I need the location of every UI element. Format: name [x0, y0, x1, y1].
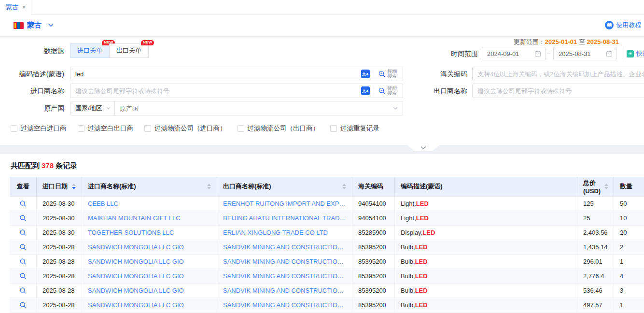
- led-highlight: LED: [415, 258, 428, 265]
- sort-icon[interactable]: [601, 184, 608, 189]
- table-row: 2025-08-28 SANDWICH MONGOLIA LLC GIO SAN…: [10, 284, 644, 298]
- view-record-button[interactable]: [19, 258, 27, 265]
- col-exporter-name[interactable]: 出口商名称(标准): [217, 177, 352, 196]
- translate-icon[interactable]: 文A: [361, 70, 370, 78]
- import-date-cell: 2025-08-28: [37, 269, 82, 283]
- country-title[interactable]: 蒙古: [27, 21, 42, 30]
- led-highlight: LED: [415, 301, 428, 309]
- hs-code-label: 海关编码: [410, 67, 467, 81]
- exporter-link[interactable]: SANDVIK MINING AND CONSTRUCTION L...: [223, 287, 346, 294]
- exporter-link[interactable]: ERLIAN XINGLONG TRADE CO LTD: [223, 229, 328, 236]
- hs-code-cell: 94054100: [352, 211, 395, 225]
- importer-link[interactable]: SANDWICH MONGOLIA LLC GIO: [88, 258, 184, 265]
- importer-name-label: 进口商名称: [0, 84, 64, 98]
- checkbox-filter-blank-exporter[interactable]: 过滤空白出口商: [78, 124, 134, 133]
- tab-import-declarations[interactable]: 进口关单 NEW: [70, 43, 110, 58]
- importer-link[interactable]: MAIKHAN MOUNTAIN GIFT LLC: [88, 214, 181, 222]
- importer-link[interactable]: SANDWICH MONGOLIA LLC GIO: [88, 272, 184, 280]
- exporter-link[interactable]: SANDVIK MINING AND CONSTRUCTION L...: [223, 243, 346, 251]
- close-icon[interactable]: ×: [22, 4, 26, 10]
- col-view: 查看: [10, 177, 37, 196]
- col-import-date[interactable]: 进口日期: [37, 177, 82, 196]
- view-record-button[interactable]: [19, 214, 27, 222]
- import-date-cell: 2025-08-28: [37, 298, 82, 312]
- tutorial-label: 使用教程: [616, 21, 641, 29]
- search-icon: [378, 87, 386, 95]
- total-usd-cell: 125: [577, 197, 614, 211]
- hs-code-field: [472, 67, 644, 81]
- view-record-button[interactable]: [19, 301, 27, 309]
- checkbox-filter-logistics-importer[interactable]: 过滤物流公司（进口商）: [144, 124, 226, 133]
- view-record-button[interactable]: [19, 287, 27, 294]
- hs-code-cell: 94054100: [352, 197, 395, 211]
- view-record-button[interactable]: [19, 229, 27, 236]
- data-source-label: 数据源: [0, 43, 64, 58]
- magnifier-icon: [19, 243, 27, 251]
- exporter-name-input[interactable]: [477, 87, 644, 95]
- col-importer-name[interactable]: 进口商名称(标准): [82, 177, 217, 196]
- code-desc-cell: Bulb, LED: [395, 298, 577, 312]
- view-record-button[interactable]: [19, 200, 27, 207]
- total-usd-cell: 536.46: [577, 284, 614, 298]
- date-end-input[interactable]: 2025-08-31: [553, 47, 617, 60]
- table-body: 2025-08-30 CEEB LLC ERENHOT RUITONG IMPO…: [10, 197, 644, 313]
- import-date-cell: 2025-08-30: [37, 197, 82, 211]
- checkbox-filter-logistics-exporter[interactable]: 过滤物流公司（出口商）: [238, 124, 320, 133]
- exporter-link[interactable]: SANDVIK MINING AND CONSTRUCTION L...: [223, 301, 346, 309]
- update-start: 2025-01-01: [545, 38, 577, 45]
- results-strip: 共匹配到378条记录: [0, 154, 644, 177]
- smart-search-button[interactable]: 智能搜索: [378, 86, 399, 96]
- checkbox-icon: [144, 125, 151, 132]
- results-count-text: 共匹配到378条记录: [11, 154, 77, 177]
- quantity-cell: 1: [614, 255, 644, 269]
- importer-link[interactable]: CEEB LLC: [88, 200, 118, 207]
- quick-search-button[interactable]: ✳ 快捷: [627, 47, 644, 60]
- importer-link[interactable]: SANDWICH MONGOLIA LLC GIO: [88, 287, 184, 294]
- fuzzy-search-button[interactable]: 模糊搜索: [378, 69, 399, 79]
- total-usd-cell: 296.01: [577, 255, 614, 269]
- checkbox-filter-blank-importer[interactable]: 过滤空白进口商: [11, 124, 67, 133]
- tutorial-link[interactable]: 使用教程: [605, 21, 641, 29]
- code-desc-cell: Bulb, LED: [395, 269, 577, 283]
- origin-type-select[interactable]: 国家/地区: [70, 101, 115, 115]
- chevron-down-icon[interactable]: [48, 24, 54, 27]
- checkbox-filter-duplicates[interactable]: 过滤重复记录: [330, 124, 379, 133]
- topbar: 蒙古 使用教程: [0, 15, 644, 37]
- sort-icon[interactable]: [68, 184, 76, 189]
- translate-icon[interactable]: 文A: [361, 86, 370, 95]
- total-usd-cell: 2,403.56: [577, 226, 614, 240]
- code-desc-input[interactable]: [75, 71, 361, 78]
- col-total-usd[interactable]: 总价 (USD): [577, 177, 614, 196]
- time-range-label: 时间范围: [437, 47, 478, 60]
- importer-link[interactable]: SANDWICH MONGOLIA LLC GIO: [88, 243, 184, 251]
- chevron-down-icon: [420, 146, 426, 150]
- importer-link[interactable]: TOGETHER SOLUTIONS LLC: [88, 229, 174, 236]
- quantity-cell: 2: [614, 240, 644, 254]
- view-record-button[interactable]: [19, 272, 27, 280]
- code-desc-cell: Bulb, LED: [395, 240, 577, 254]
- exporter-link[interactable]: ERENHOT RUITONG IMPORT AND EXPORT ...: [223, 200, 346, 207]
- importer-link[interactable]: SANDWICH MONGOLIA LLC GIO: [88, 301, 184, 309]
- table-row: 2025-08-28 SANDWICH MONGOLIA LLC GIO SAN…: [10, 298, 644, 313]
- code-desc-label: 编码描述(蒙语): [0, 67, 64, 81]
- led-highlight: LED: [416, 200, 429, 207]
- hs-code-input[interactable]: [477, 71, 644, 78]
- exporter-link[interactable]: SANDVIK MINING AND CONSTRUCTION L...: [223, 258, 346, 265]
- total-usd-cell: 25: [577, 211, 614, 225]
- sort-icon[interactable]: [338, 184, 346, 189]
- date-start-input[interactable]: 2024-09-01: [482, 47, 546, 60]
- chevron-down-icon[interactable]: [393, 107, 403, 110]
- led-highlight: LED: [422, 229, 435, 236]
- importer-name-input[interactable]: [75, 87, 361, 95]
- origin-country-input[interactable]: [115, 105, 393, 112]
- book-icon: [605, 21, 614, 29]
- view-record-button[interactable]: [19, 243, 27, 251]
- hs-code-cell: 85395200: [352, 240, 395, 254]
- exporter-link[interactable]: SANDVIK MINING AND CONSTRUCTION L...: [223, 272, 346, 280]
- tab-mongolia[interactable]: 蒙古 ×: [0, 0, 31, 14]
- sort-icon[interactable]: [203, 184, 211, 189]
- exporter-link[interactable]: BEIJING AHATU INTERNATIONAL TRADE C...: [223, 214, 346, 222]
- checkbox-icon: [238, 125, 244, 132]
- hs-code-cell: 85285900: [352, 226, 395, 240]
- tab-export-declarations[interactable]: 出口关单 NEW: [109, 43, 149, 58]
